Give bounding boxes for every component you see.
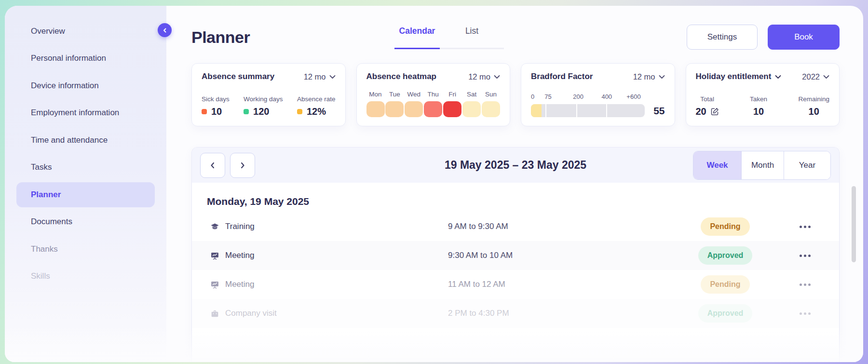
view-year-button[interactable]: Year xyxy=(784,151,830,179)
briefcase-icon xyxy=(210,309,225,318)
bradford-bar xyxy=(531,104,645,117)
bradford-factor-card: Bradford Factor 12 mo 0 75 200 400 +600 xyxy=(521,63,675,126)
event-row[interactable]: Meeting 9:30 AM to 10 AM Approved xyxy=(192,241,839,270)
graduation-cap-icon xyxy=(210,222,225,231)
view-month-button[interactable]: Month xyxy=(741,151,784,179)
sidebar-item-device-information[interactable]: Device information xyxy=(16,73,155,98)
card-title: Absence heatmap xyxy=(366,72,437,81)
event-menu-button[interactable] xyxy=(797,310,814,318)
metric-remaining: Remaining 10 xyxy=(798,95,829,117)
heatmap-cell-tue[interactable] xyxy=(385,101,404,117)
book-button[interactable]: Book xyxy=(768,25,840,50)
view-week-button[interactable]: Week xyxy=(693,151,741,179)
metric-label: Sick days xyxy=(202,95,230,103)
tab-calendar[interactable]: Calendar xyxy=(394,26,440,49)
scale-tick: 75 xyxy=(544,93,551,100)
view-switcher: Week Month Year xyxy=(693,151,831,180)
absence-rate-dot xyxy=(297,109,302,114)
heatmap-day-label: Tue xyxy=(389,91,400,98)
working-days-dot xyxy=(244,109,249,114)
sidebar-item-thanks[interactable]: Thanks xyxy=(16,237,155,262)
event-time: 11 AM to 12 AM xyxy=(448,280,679,289)
event-row[interactable]: Meeting 11 AM to 12 AM Pending xyxy=(192,270,839,299)
sidebar-item-label: Planner xyxy=(31,190,61,200)
period-dropdown[interactable]: 12 mo xyxy=(304,72,336,81)
metric-value: 120 xyxy=(253,106,269,117)
period-value: 12 mo xyxy=(468,72,490,81)
sidebar-item-time-and-attendance[interactable]: Time and attendance xyxy=(16,128,155,153)
status-badge: Approved xyxy=(698,246,753,265)
metric-sick-days: Sick days 10 xyxy=(202,95,230,117)
page-title: Planner xyxy=(191,28,250,47)
chevron-down-icon xyxy=(775,75,781,79)
period-dropdown[interactable]: 12 mo xyxy=(633,72,665,81)
day-header: Monday, 19 May 2025 xyxy=(192,183,839,212)
event-menu-button[interactable] xyxy=(797,223,814,231)
heatmap-day-label: Sun xyxy=(485,91,497,98)
heatmap-cell-sat[interactable] xyxy=(462,101,481,117)
sidebar-item-overview[interactable]: Overview xyxy=(16,19,155,44)
view-tabs: Calendar List xyxy=(394,26,504,49)
vertical-scrollbar[interactable] xyxy=(852,186,856,262)
event-menu-button[interactable] xyxy=(797,281,814,289)
event-row[interactable]: Company visit 2 PM to 4:30 PM Approved xyxy=(192,299,839,328)
sidebar-item-tasks[interactable]: Tasks xyxy=(16,155,155,180)
tab-list[interactable]: List xyxy=(440,26,504,49)
metric-value: 12% xyxy=(307,106,326,117)
sidebar-item-planner[interactable]: Planner xyxy=(16,182,155,207)
status-badge: Pending xyxy=(701,217,749,236)
heatmap-cell-sun[interactable] xyxy=(482,101,500,117)
sidebar-item-label: Thanks xyxy=(31,244,58,254)
metric-value: 10 xyxy=(211,106,222,117)
settings-button[interactable]: Settings xyxy=(687,25,758,50)
sidebar-item-skills[interactable]: Skills xyxy=(16,264,155,289)
status-badge: Approved xyxy=(698,304,753,323)
event-title: Training xyxy=(225,222,448,231)
chevron-left-icon xyxy=(162,27,168,33)
view-label: Year xyxy=(799,161,815,170)
metric-working-days: Working days 120 xyxy=(244,95,283,117)
sidebar-item-label: Skills xyxy=(31,271,50,281)
period-dropdown[interactable]: 12 mo xyxy=(468,72,500,81)
absence-summary-card: Absence summary 12 mo Sick days 10 Worki… xyxy=(191,63,346,126)
sidebar-item-personal-information[interactable]: Personal information xyxy=(16,46,155,71)
calendar-card: 19 May 2025 – 23 May 2025 Week Month Yea… xyxy=(191,147,840,362)
year-dropdown[interactable]: 2022 xyxy=(802,72,829,81)
event-menu-button[interactable] xyxy=(797,252,814,260)
event-row[interactable]: Training 9 AM to 9:30 AM Pending xyxy=(192,212,839,241)
holiday-entitlement-dropdown[interactable]: Holiday entitlement xyxy=(696,72,782,81)
view-label: Week xyxy=(706,161,728,170)
card-title: Bradford Factor xyxy=(531,72,593,81)
metric-label: Total xyxy=(700,95,714,103)
metric-value: 20 xyxy=(696,106,706,117)
metric-label: Remaining xyxy=(798,95,829,103)
sidebar-item-employment-information[interactable]: Employment information xyxy=(16,100,155,125)
event-time: 9:30 AM to 10 AM xyxy=(448,251,679,260)
view-label: Month xyxy=(751,161,774,170)
card-title: Absence summary xyxy=(202,72,274,81)
app-window: Overview Personal information Device inf… xyxy=(5,6,863,362)
heatmap-cell-fri[interactable] xyxy=(443,101,461,117)
sidebar-collapse-button[interactable] xyxy=(158,23,172,37)
holiday-entitlement-card: Holiday entitlement 2022 Total 20 xyxy=(686,63,840,126)
presentation-chart-icon xyxy=(210,251,225,260)
metric-label: Absence rate xyxy=(297,95,336,103)
metric-value: 10 xyxy=(809,106,819,117)
heatmap-day-label: Fri xyxy=(448,91,456,98)
heatmap-day-label: Wed xyxy=(407,91,421,98)
chevron-down-icon xyxy=(823,75,829,79)
next-week-button[interactable] xyxy=(230,153,255,178)
event-title: Meeting xyxy=(225,280,448,289)
heatmap-week-row: Mon Tue Wed Thu Fri Sat Sun xyxy=(366,91,501,117)
edit-icon[interactable] xyxy=(711,108,719,116)
stat-cards-row: Absence summary 12 mo Sick days 10 Worki… xyxy=(191,63,840,126)
tab-label: List xyxy=(465,26,478,36)
bradford-fill xyxy=(531,104,542,117)
sidebar-item-documents[interactable]: Documents xyxy=(16,209,155,234)
heatmap-cell-wed[interactable] xyxy=(405,101,423,117)
page-header: Planner Calendar List Settings Book xyxy=(191,23,840,51)
heatmap-cell-thu[interactable] xyxy=(424,101,442,117)
previous-week-button[interactable] xyxy=(200,153,225,178)
heatmap-cell-mon[interactable] xyxy=(366,101,385,117)
absence-heatmap-card: Absence heatmap 12 mo Mon Tue Wed Thu Fr… xyxy=(356,63,511,126)
